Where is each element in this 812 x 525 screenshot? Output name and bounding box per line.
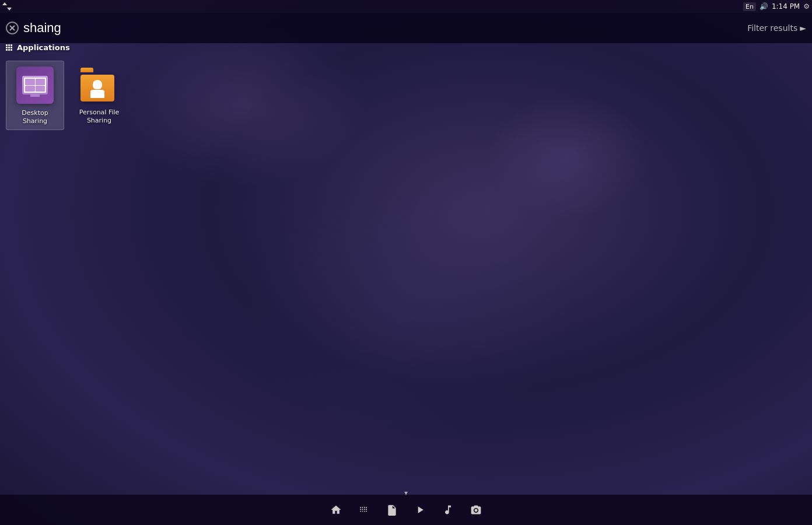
- filter-results-button[interactable]: Filter results ►: [747, 23, 806, 33]
- app-item-desktop-sharing[interactable]: Desktop Sharing: [6, 61, 64, 130]
- section-header: Applications: [6, 43, 70, 52]
- personal-file-sharing-icon: [79, 64, 120, 105]
- svg-marker-1: [7, 8, 12, 10]
- dock-item-home[interactable]: [324, 498, 348, 522]
- filter-results-label: Filter results: [747, 23, 797, 33]
- camera-icon: [470, 504, 482, 516]
- desktop-sharing-icon: [15, 65, 55, 106]
- searchbar: Filter results ►: [0, 13, 812, 43]
- app-item-personal-file-sharing[interactable]: Personal File Sharing: [70, 61, 128, 130]
- dock-collapse-arrow[interactable]: ▾: [404, 489, 408, 497]
- settings-icon[interactable]: ⚙: [803, 2, 810, 10]
- media-icon: [414, 504, 426, 516]
- filter-chevron-icon: ►: [800, 23, 806, 33]
- apps-grid: Desktop Sharing Personal File Sharing: [6, 61, 128, 130]
- dock-item-files[interactable]: [380, 498, 404, 522]
- dock-item-camera[interactable]: [464, 498, 488, 522]
- clock: 1:14 PM: [772, 2, 800, 10]
- search-input[interactable]: [23, 20, 747, 36]
- topbar-right: En 🔊 1:14 PM ⚙: [743, 2, 810, 11]
- dock-item-media[interactable]: [408, 498, 432, 522]
- files-icon: [386, 504, 398, 516]
- sound-icon[interactable]: 🔊: [760, 2, 768, 10]
- topbar-left: [2, 2, 12, 10]
- svg-marker-0: [2, 2, 7, 5]
- app-label-desktop-sharing: Desktop Sharing: [10, 109, 60, 126]
- home-icon: [330, 504, 342, 516]
- language-badge[interactable]: En: [743, 2, 756, 11]
- apps-icon: [358, 504, 370, 516]
- dock-item-apps[interactable]: [352, 498, 376, 522]
- section-label: Applications: [17, 43, 70, 52]
- dock-item-music[interactable]: [436, 498, 460, 522]
- topbar: En 🔊 1:14 PM ⚙: [0, 0, 812, 13]
- section-grid-icon: [6, 44, 12, 51]
- search-clear-button[interactable]: [6, 22, 19, 34]
- app-label-personal-file-sharing: Personal File Sharing: [74, 108, 125, 125]
- music-icon: [442, 504, 454, 516]
- network-arrows-icon: [2, 2, 12, 10]
- dock: ▾: [0, 495, 812, 525]
